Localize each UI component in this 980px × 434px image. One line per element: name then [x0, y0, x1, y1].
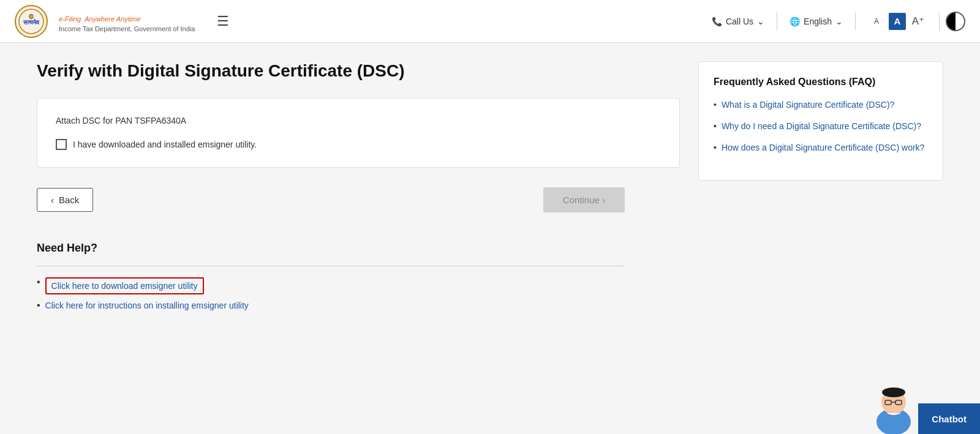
hamburger-menu-icon[interactable]: ☰	[213, 10, 233, 33]
chatbot-wrapper: Chatbot	[869, 367, 980, 434]
font-reset-button[interactable]: A	[889, 13, 906, 30]
list-item: Click here to download emsigner utility	[37, 277, 680, 294]
need-help-title: Need Help?	[37, 242, 680, 255]
emsigner-checkbox-label: I have downloaded and installed emsigner…	[73, 140, 257, 149]
header-divider-1	[777, 12, 777, 31]
emsigner-checkbox[interactable]	[56, 139, 67, 150]
header-divider-2	[855, 12, 856, 31]
header-right: 📞 Call Us ⌄ 🌐 English ⌄ A A A⁺	[706, 10, 965, 32]
chatbot-button[interactable]: Chatbot	[918, 403, 980, 434]
back-button[interactable]: ‹ Back	[37, 188, 93, 212]
list-item: How does a Digital Signature Certificate…	[714, 141, 928, 154]
phone-icon: 📞	[712, 17, 722, 26]
page-title: Verify with Digital Signature Certificat…	[37, 61, 680, 81]
font-decrease-button[interactable]: A	[868, 13, 885, 30]
list-item: Why do I need a Digital Signature Certif…	[714, 120, 928, 133]
back-chevron-icon: ‹	[51, 195, 54, 205]
globe-icon: 🌐	[790, 17, 800, 26]
need-help-divider	[37, 266, 625, 266]
chatbot-avatar	[869, 367, 918, 434]
download-emsigner-link[interactable]: Click here to download emsigner utility	[45, 277, 204, 294]
list-item: What is a Digital Signature Certificate …	[714, 99, 928, 111]
left-panel: Verify with Digital Signature Certificat…	[37, 61, 680, 317]
logo-text: e-Filing Anywhere Anytime Income Tax Dep…	[59, 9, 195, 34]
header-left: सत्यमेव 🦁 e-Filing Anywhere Anytime Inco…	[15, 5, 233, 38]
faq-link-1[interactable]: What is a Digital Signature Certificate …	[722, 99, 894, 111]
main-content: Verify with Digital Signature Certificat…	[12, 43, 968, 342]
main-header: सत्यमेव 🦁 e-Filing Anywhere Anytime Inco…	[0, 0, 980, 43]
faq-title: Frequently Asked Questions (FAQ)	[714, 77, 928, 88]
pan-label: Attach DSC for PAN TSFPA6340A	[56, 116, 661, 125]
call-us-button[interactable]: 📞 Call Us ⌄	[706, 14, 771, 29]
faq-card: Frequently Asked Questions (FAQ) What is…	[698, 61, 943, 181]
logo-efiling: e-Filing Anywhere Anytime	[59, 9, 195, 25]
faq-link-2[interactable]: Why do I need a Digital Signature Certif…	[722, 120, 921, 133]
language-selector[interactable]: 🌐 English ⌄	[783, 14, 849, 29]
faq-link-3[interactable]: How does a Digital Signature Certificate…	[722, 141, 924, 154]
call-us-chevron-icon: ⌄	[757, 17, 764, 26]
emsigner-checkbox-row: I have downloaded and installed emsigner…	[56, 139, 661, 150]
font-controls: A A A⁺	[862, 10, 933, 32]
logo-subtitle: Income Tax Department, Government of Ind…	[59, 25, 195, 33]
continue-button[interactable]: Continue ›	[543, 187, 625, 212]
install-emsigner-link[interactable]: Click here for instructions on installin…	[45, 301, 249, 310]
list-item: Click here for instructions on installin…	[37, 301, 680, 311]
help-links-list: Click here to download emsigner utility …	[37, 277, 680, 311]
font-increase-button[interactable]: A⁺	[910, 13, 927, 30]
faq-list: What is a Digital Signature Certificate …	[714, 99, 928, 154]
header-divider-3	[939, 12, 940, 31]
emblem-icon: सत्यमेव 🦁	[15, 5, 48, 38]
svg-point-6	[882, 387, 905, 397]
contrast-toggle-button[interactable]	[946, 12, 965, 31]
right-panel: Frequently Asked Questions (FAQ) What is…	[698, 61, 943, 181]
svg-text:🦁: 🦁	[28, 13, 34, 20]
dsc-card: Attach DSC for PAN TSFPA6340A I have dow…	[37, 98, 680, 168]
navigation-buttons: ‹ Back Continue ›	[37, 187, 625, 212]
language-chevron-icon: ⌄	[835, 17, 843, 26]
